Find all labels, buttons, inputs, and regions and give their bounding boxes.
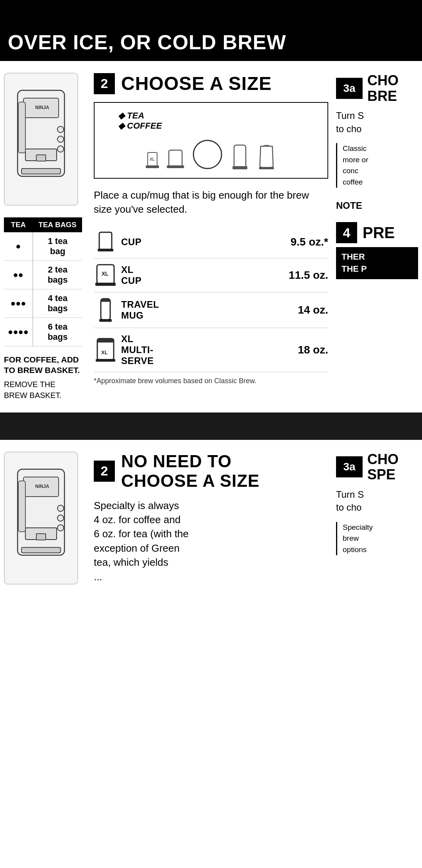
step3a-header: 3a CHOBRE bbox=[336, 73, 418, 104]
note-label: NOTE bbox=[336, 200, 418, 211]
coffee-add-title: FOR COFFEE, ADDTO BREW BASKET. bbox=[4, 354, 80, 376]
xl-cup-size-oz: 11.5 oz. bbox=[289, 269, 328, 282]
cup-icon bbox=[94, 231, 117, 253]
teabags-col-header: TEA BAGS bbox=[33, 217, 82, 232]
svg-rect-7 bbox=[18, 102, 25, 153]
brew-type-right-box: Classicmore orconccoffee bbox=[336, 143, 418, 188]
step4-number-box: 4 bbox=[336, 222, 357, 243]
bottom-body-text: Specialty is always 4 oz. for coffee and… bbox=[94, 499, 328, 584]
coffee-label: ◆ COFFEE bbox=[118, 121, 162, 131]
svg-rect-38 bbox=[18, 481, 25, 532]
brew-type-right-text: Classicmore orconccoffee bbox=[343, 143, 418, 188]
svg-rect-13 bbox=[169, 150, 182, 167]
svg-text:NINJA: NINJA bbox=[35, 484, 49, 489]
brew-type-labels: ◆ TEA ◆ COFFEE bbox=[118, 111, 162, 131]
svg-point-4 bbox=[57, 146, 64, 152]
place-cup-text: Place a cup/mug that is big enough for t… bbox=[94, 188, 328, 217]
svg-rect-17 bbox=[232, 166, 247, 169]
bottom-brew-type-right-text: Specialtybrewoptions bbox=[343, 522, 418, 556]
tea-col-header: TEA bbox=[4, 217, 33, 232]
tea-row-1-col2: 1 teabag bbox=[33, 232, 82, 261]
svg-point-3 bbox=[57, 136, 64, 142]
svg-text:XL: XL bbox=[150, 157, 155, 161]
step2-title: CHOOSE A SIZE bbox=[121, 73, 272, 94]
bottom-step2-number-box: 2 bbox=[94, 461, 115, 482]
header-banner: OVER ICE, OR COLD BREW bbox=[0, 23, 422, 61]
xl-multi-icon: XL bbox=[94, 338, 117, 362]
svg-point-35 bbox=[57, 525, 64, 531]
right-column: 3a CHOBRE Turn Sto cho Classicmore orcon… bbox=[336, 73, 422, 401]
size-item-cup: CUP 9.5 oz.* bbox=[94, 226, 328, 258]
step3a-subtitle: Turn Sto cho bbox=[336, 109, 418, 135]
diag-carafe-icon bbox=[257, 144, 276, 170]
coffee-add-sub: Remove thebrew basket. bbox=[4, 379, 80, 401]
bottom-step3a-title: CHOSPE bbox=[367, 452, 399, 482]
tea-row-4-col1: ●●●● bbox=[4, 318, 33, 346]
svg-rect-40 bbox=[36, 534, 46, 540]
machine-sketch-2: NINJA bbox=[4, 452, 78, 585]
cup-size-name: CUP bbox=[121, 237, 291, 247]
bottom-brew-type-right-box: Specialtybrewoptions bbox=[336, 522, 418, 556]
svg-rect-22 bbox=[95, 283, 116, 286]
svg-rect-9 bbox=[36, 155, 46, 161]
step4-title: PRE bbox=[363, 224, 395, 242]
step3a-number: 3a bbox=[343, 82, 355, 95]
bottom-step2-header: 2 NO NEED TOCHOOSE A SIZE bbox=[94, 452, 328, 491]
left-column: NINJA TEA TEA BAGS ● 1 teabag ●● 2 teaba… bbox=[0, 73, 86, 401]
diag-circle-icon bbox=[192, 139, 223, 170]
size-list: CUP 9.5 oz.* XL XLCUP 11.5 oz. bbox=[94, 226, 328, 372]
xl-cup-size-name: XLCUP bbox=[121, 264, 289, 286]
cup-size-oz: 9.5 oz.* bbox=[291, 236, 328, 248]
svg-text:NINJA: NINJA bbox=[35, 105, 49, 110]
diag-travel-icon bbox=[231, 144, 249, 170]
svg-text:XL: XL bbox=[102, 271, 109, 277]
section-bottom: NINJA 2 NO NEED TOCHOOSE A SIZE Specialt… bbox=[0, 440, 422, 601]
bottom-step3a-subtitle: Turn Sto cho bbox=[336, 488, 418, 514]
bottom-step3a-number: 3a bbox=[343, 461, 355, 473]
xl-cup-icon: XL bbox=[94, 264, 117, 287]
machine-sketch: NINJA bbox=[4, 73, 78, 206]
svg-rect-24 bbox=[101, 299, 110, 320]
svg-rect-18 bbox=[259, 167, 274, 169]
bottom-left-column: NINJA bbox=[0, 452, 86, 593]
travel-mug-icon bbox=[94, 298, 117, 322]
svg-rect-37 bbox=[21, 547, 61, 553]
svg-rect-19 bbox=[99, 232, 112, 249]
tea-row-4-col2: 6 teabags bbox=[33, 318, 82, 346]
tea-label: ◆ TEA bbox=[118, 111, 144, 121]
tea-row-1-col1: ● bbox=[4, 232, 33, 261]
diag-cup-icon bbox=[167, 148, 184, 170]
svg-point-2 bbox=[57, 126, 64, 133]
size-item-travel-mug: TRAVELMUG 14 oz. bbox=[94, 292, 328, 328]
step2-number-box: 2 bbox=[94, 73, 115, 94]
svg-point-33 bbox=[57, 505, 64, 511]
bottom-step2-title: NO NEED TOCHOOSE A SIZE bbox=[121, 452, 259, 491]
step4-subtitle: THERThe p bbox=[336, 247, 418, 279]
svg-text:XL: XL bbox=[101, 350, 108, 355]
svg-rect-6 bbox=[21, 169, 61, 174]
svg-point-34 bbox=[57, 515, 64, 521]
step2-header: 2 CHOOSE A SIZE bbox=[94, 73, 328, 94]
xl-multi-size-oz: 18 oz. bbox=[298, 344, 328, 356]
diag-small-cup-icon: XL bbox=[146, 151, 159, 170]
bottom-step3a-number-box: 3a bbox=[336, 456, 363, 477]
step3a-title: CHOBRE bbox=[367, 73, 399, 104]
center-column: 2 CHOOSE A SIZE ◆ TEA ◆ COFFEE XL bbox=[86, 73, 336, 401]
svg-rect-14 bbox=[167, 165, 184, 168]
tea-table: TEA TEA BAGS ● 1 teabag ●● 2 teabags ●●●… bbox=[4, 217, 82, 346]
tea-row-2-col1: ●● bbox=[4, 261, 33, 289]
travel-mug-size-oz: 14 oz. bbox=[298, 304, 328, 316]
svg-rect-28 bbox=[96, 359, 115, 362]
size-item-xl-cup: XL XLCUP 11.5 oz. bbox=[94, 258, 328, 292]
svg-rect-26 bbox=[101, 299, 110, 302]
bottom-center-column: 2 NO NEED TOCHOOSE A SIZE Specialty is a… bbox=[86, 452, 336, 593]
svg-rect-29 bbox=[97, 339, 114, 343]
svg-rect-25 bbox=[99, 319, 112, 322]
size-diagram-box: ◆ TEA ◆ COFFEE XL bbox=[94, 102, 328, 179]
tea-row-3-col1: ●●● bbox=[4, 289, 33, 318]
xl-multi-size-name: XLMULTI-SERVE bbox=[121, 334, 298, 366]
top-black-bar bbox=[0, 0, 422, 23]
svg-rect-20 bbox=[98, 249, 113, 251]
section-top: NINJA TEA TEA BAGS ● 1 teabag ●● 2 teaba… bbox=[0, 61, 422, 409]
header-text: OVER ICE, OR COLD BREW bbox=[8, 31, 286, 54]
